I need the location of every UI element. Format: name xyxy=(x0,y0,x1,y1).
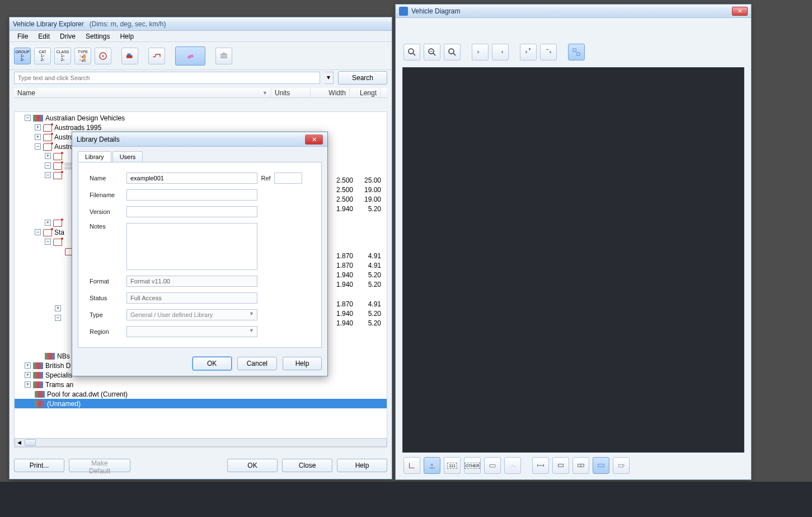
library-icon xyxy=(35,391,45,398)
dialog-close-button[interactable]: ✕ xyxy=(305,134,323,145)
label-status: Status xyxy=(90,295,126,301)
collapse-icon[interactable]: − xyxy=(55,315,61,321)
toolbar-eraser-btn[interactable] xyxy=(175,46,205,66)
collapse-icon[interactable]: − xyxy=(35,229,41,235)
menu-drive[interactable]: Drive xyxy=(55,31,80,41)
diag-btn-2[interactable] xyxy=(492,44,509,60)
zoomin-btn[interactable] xyxy=(403,44,420,60)
ok-button[interactable]: OK xyxy=(227,459,278,472)
name-input[interactable] xyxy=(126,173,257,184)
collapse-icon[interactable]: − xyxy=(45,172,51,178)
bottombar-btn[interactable]: 111 xyxy=(444,457,461,474)
scrollbar-thumb[interactable] xyxy=(25,439,36,446)
toolbar-type-btn[interactable]: TYPE▫🚚▫🚚 xyxy=(74,48,91,64)
status-field xyxy=(126,292,257,304)
expand-icon[interactable]: + xyxy=(25,362,31,369)
svg-rect-11 xyxy=(577,53,580,55)
bottombar-btn[interactable] xyxy=(613,457,630,474)
toolbar-profile-btn[interactable] xyxy=(148,48,165,64)
tree-node[interactable]: Pool for acad.dwt (Current) xyxy=(15,389,387,399)
curve-icon xyxy=(508,460,518,471)
search-dropdown[interactable]: ▾ xyxy=(325,72,334,84)
tree-node[interactable]: +Austroads 1995 xyxy=(15,123,387,132)
menu-edit[interactable]: Edit xyxy=(34,31,54,41)
label-notes: Notes xyxy=(90,223,126,230)
collapse-icon[interactable]: − xyxy=(25,115,31,121)
toolbar-class-btn[interactable]: CLASS1▫2▫ xyxy=(54,48,71,64)
toolbar-grid-btn[interactable] xyxy=(215,48,232,64)
zoomfit-btn[interactable] xyxy=(444,44,461,60)
col-units[interactable]: Units xyxy=(271,88,311,97)
search-button[interactable]: Search xyxy=(338,71,387,85)
expand-icon[interactable]: + xyxy=(25,381,31,388)
menu-settings[interactable]: Settings xyxy=(81,31,114,41)
bottombar-btn[interactable]: OTHER xyxy=(464,457,481,474)
bottombar-btn[interactable] xyxy=(572,457,589,474)
col-len[interactable]: Lengt xyxy=(350,88,381,97)
col-name[interactable]: Name▼ xyxy=(14,88,271,97)
bottombar-btn[interactable]: × xyxy=(424,457,440,474)
library-icon xyxy=(33,372,43,379)
bottombar-btn[interactable] xyxy=(403,457,420,474)
toolbar-vehicle3d-btn[interactable] xyxy=(121,48,138,64)
diag-btn-3[interactable]: + xyxy=(520,44,537,60)
bottombar-btn[interactable] xyxy=(484,457,501,474)
diagram-canvas[interactable] xyxy=(402,67,744,453)
diag-btn-1[interactable] xyxy=(472,44,489,60)
rect-icon xyxy=(556,460,566,471)
bottombar-btn[interactable] xyxy=(552,457,569,474)
toolbar-cat-btn[interactable]: CAT1▫2▫ xyxy=(34,48,51,64)
version-input[interactable] xyxy=(126,206,257,217)
toolbar-group-btn[interactable]: GROUP1▫2▫ xyxy=(14,48,31,64)
tree-hscrollbar[interactable]: ◀ xyxy=(15,438,387,447)
layout-icon xyxy=(571,47,581,57)
print-button[interactable]: Print... xyxy=(14,459,64,472)
explorer-titlebar[interactable]: Vehicle Library Explorer (Dims: m, deg, … xyxy=(10,17,392,31)
bottombar-btn[interactable] xyxy=(593,457,609,474)
collapse-icon[interactable]: − xyxy=(35,143,41,150)
rect2-icon xyxy=(576,460,586,471)
collapse-icon[interactable]: − xyxy=(45,162,51,169)
toolbar-target-btn[interactable] xyxy=(95,48,111,64)
notes-textarea[interactable] xyxy=(126,223,257,270)
dialog-titlebar[interactable]: Library Details ✕ xyxy=(72,132,327,147)
tree-node-selected[interactable]: (Unnamed) xyxy=(15,399,387,408)
label-region: Region xyxy=(90,328,126,335)
col-width[interactable]: Width xyxy=(311,88,350,97)
window-close-button[interactable]: ✕ xyxy=(732,7,748,16)
expand-icon[interactable]: + xyxy=(45,220,51,226)
menu-help[interactable]: Help xyxy=(115,31,138,41)
filename-input[interactable] xyxy=(126,189,257,201)
library-icon xyxy=(35,400,45,407)
ref-input[interactable] xyxy=(274,173,302,184)
svg-rect-10 xyxy=(573,49,576,52)
expand-icon[interactable]: + xyxy=(25,372,31,378)
expand-icon[interactable]: + xyxy=(35,124,41,131)
grid-icon xyxy=(219,51,229,61)
expand-icon[interactable]: + xyxy=(35,134,41,140)
tree-node[interactable]: −Australian Design Vehicles xyxy=(15,113,387,123)
collapse-icon[interactable]: − xyxy=(45,239,51,245)
diag-btn-4[interactable]: − xyxy=(540,44,557,60)
help-button[interactable]: Help xyxy=(337,459,387,472)
diag-layout-btn[interactable] xyxy=(568,44,585,60)
close-button[interactable]: Close xyxy=(282,459,332,472)
expand-icon[interactable]: + xyxy=(45,153,51,159)
dialog-help-button[interactable]: Help xyxy=(283,357,322,370)
zoomout-btn[interactable] xyxy=(424,44,440,60)
menu-file[interactable]: File xyxy=(13,31,32,41)
search-input[interactable] xyxy=(14,72,320,84)
tab-users[interactable]: Users xyxy=(112,151,143,162)
region-dropdown[interactable] xyxy=(126,326,257,337)
bottombar-btn[interactable] xyxy=(504,457,521,474)
bottombar-btn[interactable] xyxy=(532,457,549,474)
book-icon xyxy=(53,172,62,179)
diagram-titlebar[interactable]: Vehicle Diagram ✕ xyxy=(396,4,751,18)
type-dropdown[interactable] xyxy=(126,309,257,320)
expand-icon[interactable]: + xyxy=(55,305,61,311)
format-field xyxy=(126,276,257,287)
dialog-cancel-button[interactable]: Cancel xyxy=(237,357,277,370)
tab-library[interactable]: Library xyxy=(78,151,111,162)
dialog-ok-button[interactable]: OK xyxy=(193,357,232,370)
tree-node[interactable]: +Trams an xyxy=(15,380,387,389)
